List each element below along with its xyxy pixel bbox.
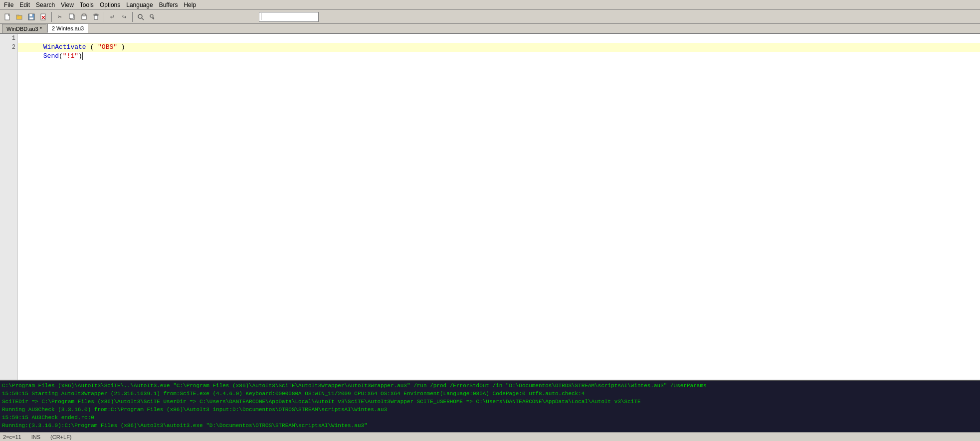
menu-buffers[interactable]: Buffers (156, 1, 181, 9)
menu-tools[interactable]: Tools (77, 1, 97, 9)
code-token-string-2: "!1" (63, 52, 78, 60)
console-area: C:\Program Files (x86)\AutoIt3\SciTE\..\… (0, 380, 980, 432)
svg-point-18 (150, 14, 153, 17)
delete-button[interactable] (90, 11, 101, 22)
open-file-button[interactable] (14, 11, 25, 22)
svg-rect-4 (29, 14, 32, 16)
svg-point-16 (138, 14, 142, 18)
find-button[interactable] (135, 11, 146, 22)
separator-1 (51, 12, 52, 22)
tab-wintes[interactable]: 2 Wintes.au3 (47, 23, 88, 33)
console-line-2: 15:59:15 Starting AutoIt3Wrapper (21.316… (2, 390, 978, 398)
line-number-2: 2 (0, 43, 17, 52)
replace-button[interactable] (147, 11, 158, 22)
code-line-1: WinActivate ( "OBS" ) (18, 34, 980, 43)
line-number-1: 1 (0, 34, 17, 43)
menu-view[interactable]: View (58, 1, 77, 9)
new-file-button[interactable] (2, 11, 13, 22)
code-token-function-2: Send (43, 52, 59, 60)
svg-line-17 (142, 18, 144, 20)
console-line-5: 15:59:15 AU3Check ended.rc:0 (2, 414, 978, 422)
console-line-6: Running:(3.3.16.0):C:\Program Files (x86… (2, 422, 978, 430)
copy-button[interactable] (66, 11, 77, 22)
code-token-string-1: "OBS" (98, 43, 117, 51)
console-line-1: C:\Program Files (x86)\AutoIt3\SciTE\..\… (2, 382, 978, 390)
editor-container: 1 2 WinActivate ( "OBS" ) Send("!1") (0, 34, 980, 380)
svg-rect-12 (83, 14, 85, 16)
statusbar: 2=c=11 INS (CR+LF) (0, 432, 980, 441)
code-line-2: Send("!1") (18, 43, 980, 52)
tabbar: WinDBD.au3 * 2 Wintes.au3 (0, 24, 980, 34)
separator-3 (132, 12, 133, 22)
status-mode: INS (31, 434, 40, 440)
close-file-button[interactable] (38, 11, 49, 22)
status-position: 2=c=11 (3, 434, 21, 440)
menu-help[interactable]: Help (181, 1, 199, 9)
separator-2 (104, 12, 104, 22)
redo-button[interactable]: ↪ (119, 11, 130, 22)
paste-button[interactable] (78, 11, 89, 22)
menubar: File Edit Search View Tools Options Lang… (0, 0, 980, 10)
menu-file[interactable]: File (1, 1, 16, 9)
console-line-3: SciTEDir => C:\Program Files (x86)\AutoI… (2, 398, 978, 406)
menu-edit[interactable]: Edit (16, 1, 33, 9)
cursor (82, 52, 83, 60)
status-line-ending: (CR+LF) (50, 434, 71, 440)
menu-search[interactable]: Search (33, 1, 58, 9)
svg-rect-5 (29, 17, 33, 19)
undo-button[interactable]: ↩ (107, 11, 118, 22)
svg-rect-15 (95, 14, 97, 15)
menu-language[interactable]: Language (123, 1, 156, 9)
svg-rect-13 (94, 15, 98, 19)
svg-rect-10 (69, 14, 73, 18)
svg-rect-2 (16, 15, 19, 16)
menu-options[interactable]: Options (97, 1, 123, 9)
console-line-4: Running AU3Check (3.3.16.0) from:C:\Prog… (2, 406, 978, 414)
tab-winDBD[interactable]: WinDBD.au3 * (2, 24, 46, 33)
cut-button[interactable]: ✂ (54, 11, 65, 22)
code-area[interactable]: WinActivate ( "OBS" ) Send("!1") (18, 34, 980, 380)
toolbar: ✂ ↩ ↪ (0, 10, 980, 24)
code-token-function-1: WinActivate (43, 43, 86, 51)
toolbar-search-input[interactable] (259, 12, 319, 22)
save-file-button[interactable] (26, 11, 37, 22)
line-numbers: 1 2 (0, 34, 18, 380)
